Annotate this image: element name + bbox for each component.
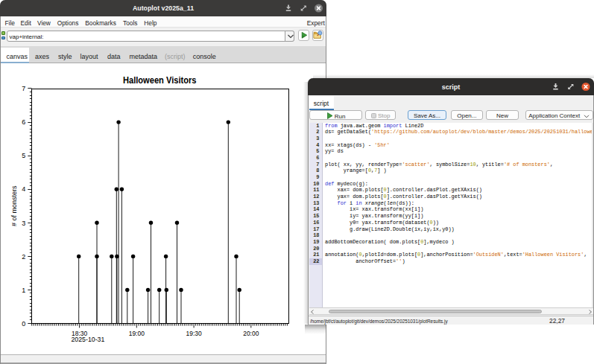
svg-text:6: 6	[22, 118, 25, 126]
svg-text:2025-10-31: 2025-10-31	[72, 336, 105, 343]
svg-text:7: 7	[22, 85, 25, 92]
svg-text:# of monsters: # of monsters	[10, 185, 18, 226]
svg-text:Halloween Visitors: Halloween Visitors	[123, 75, 197, 86]
svg-text:19:00: 19:00	[129, 330, 145, 337]
svg-text:1: 1	[22, 287, 25, 294]
svg-text:4: 4	[22, 185, 25, 193]
svg-text:3: 3	[22, 220, 25, 227]
svg-text:5: 5	[22, 152, 25, 159]
svg-text:2: 2	[22, 253, 25, 261]
svg-text:0: 0	[22, 320, 25, 328]
svg-text:19:30: 19:30	[186, 330, 202, 337]
svg-text:20:00: 20:00	[243, 330, 259, 337]
